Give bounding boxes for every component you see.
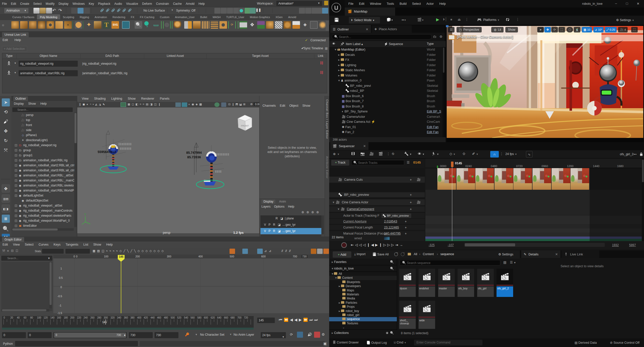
svg-text:Y: Y <box>84 213 86 216</box>
svg-text:85.747994: 85.747994 <box>186 151 202 155</box>
svg-text:5595647813: 5595647813 <box>98 150 116 154</box>
svg-text:▮▮▮▮▮▮▮▮: ▮▮▮▮▮▮▮▮ <box>118 142 132 146</box>
svg-text:85.72036: 85.72036 <box>187 155 201 159</box>
svg-text:FRONT: FRONT <box>241 125 249 127</box>
svg-text:▮▮▮▮▮▮▮▮: ▮▮▮▮▮▮▮▮ <box>216 152 229 156</box>
svg-text:▮▮▮▮▮▮▮: ▮▮▮▮▮▮▮ <box>120 147 131 150</box>
svg-text:▮▮▮▮: ▮▮▮▮ <box>215 170 221 173</box>
